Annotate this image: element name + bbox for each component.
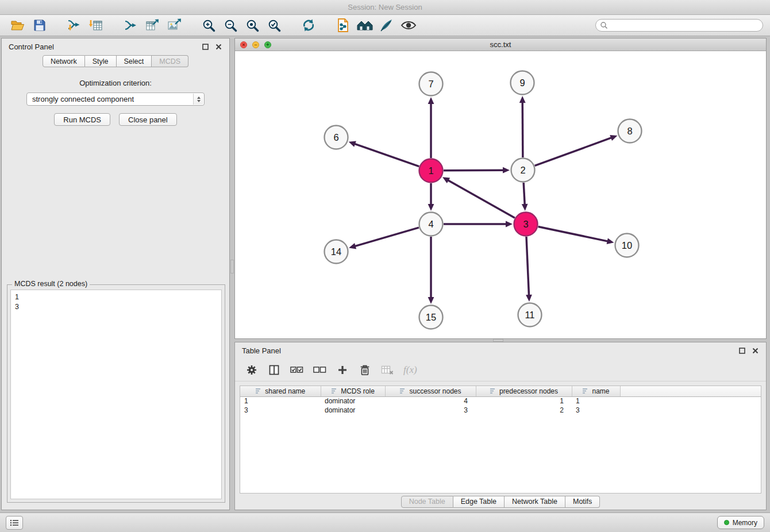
columns-icon[interactable] [268, 363, 280, 377]
graph-edge[interactable] [428, 237, 434, 304]
table-row[interactable]: 3dominator323 [240, 406, 761, 415]
graph-node[interactable]: 14 [325, 240, 348, 264]
search-field[interactable] [595, 19, 763, 32]
table-row[interactable]: 1dominator411 [240, 396, 761, 406]
graph-edge[interactable] [535, 135, 618, 165]
eye-icon[interactable] [398, 16, 419, 34]
zoom-selected-icon[interactable] [263, 16, 285, 34]
unselect-all-icon[interactable] [313, 363, 326, 377]
table-panel-header: Table Panel [235, 342, 766, 358]
graph-node[interactable]: 2 [511, 159, 535, 182]
table-cell[interactable]: 4 [385, 396, 476, 406]
zoom-window-icon[interactable]: + [264, 41, 271, 48]
graph-edge[interactable] [442, 177, 515, 218]
graph-node[interactable]: 9 [511, 71, 534, 95]
tab-select[interactable]: Select [117, 55, 152, 67]
criterion-dropdown[interactable]: strongly connected component [26, 92, 205, 106]
close-table-panel-icon[interactable] [751, 346, 759, 354]
graph-node[interactable]: 3 [514, 213, 538, 236]
import-network-icon[interactable] [63, 16, 85, 34]
select-all-icon[interactable] [290, 363, 303, 377]
vertical-splitter-handle[interactable] [230, 260, 234, 273]
table-cell[interactable]: 3 [385, 406, 476, 415]
column-header-successor-nodes[interactable]: successor nodes [385, 386, 476, 396]
table-cell[interactable]: 1 [572, 396, 620, 406]
table-cell[interactable]: 1 [476, 396, 572, 406]
delete-table-icon[interactable] [381, 363, 394, 377]
function-builder-icon[interactable]: f(x) [403, 363, 417, 377]
settings-gear-icon[interactable] [245, 363, 258, 377]
apply-layout-icon[interactable] [298, 16, 319, 34]
graph-node[interactable]: 15 [419, 306, 443, 329]
sort-icon [490, 388, 496, 394]
table-panel: Table Panel [234, 342, 767, 510]
svg-text:1: 1 [428, 165, 433, 176]
task-history-button[interactable] [6, 516, 23, 530]
graph-node[interactable]: 8 [618, 119, 642, 143]
table-cell[interactable]: 1 [240, 396, 321, 406]
home-icon[interactable] [354, 16, 376, 34]
svg-text:7: 7 [428, 79, 433, 89]
export-table-icon[interactable] [141, 16, 163, 34]
tab-network-table[interactable]: Network Table [505, 496, 565, 508]
graph-edge[interactable] [522, 183, 528, 211]
open-session-icon[interactable] [7, 16, 29, 34]
tab-motifs[interactable]: Motifs [565, 496, 600, 508]
close-panel-button[interactable]: Close panel [119, 113, 177, 126]
style-brush-icon[interactable] [376, 16, 398, 34]
tab-mcds[interactable]: MCDS [152, 55, 188, 67]
close-panel-icon[interactable] [214, 43, 222, 51]
zoom-fit-icon[interactable] [241, 16, 263, 34]
tab-edge-table[interactable]: Edge Table [453, 496, 505, 508]
delete-row-icon[interactable] [359, 363, 371, 377]
tab-network[interactable]: Network [43, 55, 85, 67]
add-row-icon[interactable] [336, 363, 349, 377]
export-image-icon[interactable] [163, 16, 185, 34]
graph-node[interactable]: 1 [419, 159, 443, 183]
result-line: 1 [15, 292, 217, 302]
import-table-icon[interactable] [85, 16, 107, 34]
column-header-mcds-role[interactable]: MCDS role [321, 386, 385, 396]
save-session-icon[interactable] [29, 16, 51, 34]
column-header-predecessor-nodes[interactable]: predecessor nodes [476, 386, 572, 396]
run-mcds-button[interactable]: Run MCDS [54, 113, 110, 126]
column-header-name[interactable]: name [572, 386, 620, 396]
table-cell[interactable]: dominator [321, 406, 385, 415]
float-panel-icon[interactable] [201, 43, 209, 51]
graph-node[interactable]: 10 [615, 234, 639, 257]
graph-node[interactable]: 11 [518, 303, 542, 327]
network-window-titlebar[interactable]: × − + scc.txt [235, 38, 766, 51]
export-network-icon[interactable] [120, 16, 141, 34]
graph-edge[interactable] [519, 96, 526, 157]
zoom-out-icon[interactable] [220, 16, 241, 34]
close-window-icon[interactable]: × [240, 41, 247, 48]
graph-edge[interactable] [444, 167, 510, 174]
table-cell[interactable]: 3 [572, 406, 620, 415]
graph-edge[interactable] [428, 97, 434, 158]
criterion-dropdown-value: strongly connected component [32, 95, 134, 103]
table-cell[interactable]: 2 [476, 406, 572, 415]
graph-node[interactable]: 6 [325, 126, 348, 149]
table-cell[interactable]: 3 [240, 406, 321, 415]
graph-node[interactable]: 4 [419, 213, 443, 236]
column-header-shared-name[interactable]: shared name [240, 386, 321, 396]
window-titlebar: Session: New Session [0, 0, 770, 15]
minimize-window-icon[interactable]: − [252, 41, 259, 48]
graph-edge[interactable] [349, 228, 419, 249]
tab-node-table[interactable]: Node Table [401, 496, 453, 508]
graph-edge[interactable] [349, 141, 419, 167]
memory-button[interactable]: Memory [717, 516, 764, 529]
search-input[interactable] [595, 19, 763, 32]
graph-edge[interactable] [428, 183, 434, 211]
tab-style[interactable]: Style [85, 55, 117, 67]
graph-edge[interactable] [526, 237, 532, 302]
table-cell[interactable]: dominator [321, 396, 385, 406]
network-canvas[interactable]: 7968124314101511 [235, 51, 766, 338]
new-network-from-selection-icon[interactable] [332, 16, 354, 34]
graph-node[interactable]: 7 [419, 72, 443, 96]
mcds-result-list[interactable]: 13 [10, 290, 222, 499]
float-table-panel-icon[interactable] [738, 346, 746, 354]
graph-edge[interactable] [538, 227, 614, 245]
zoom-in-icon[interactable] [198, 16, 220, 34]
graph-edge[interactable] [444, 221, 513, 228]
